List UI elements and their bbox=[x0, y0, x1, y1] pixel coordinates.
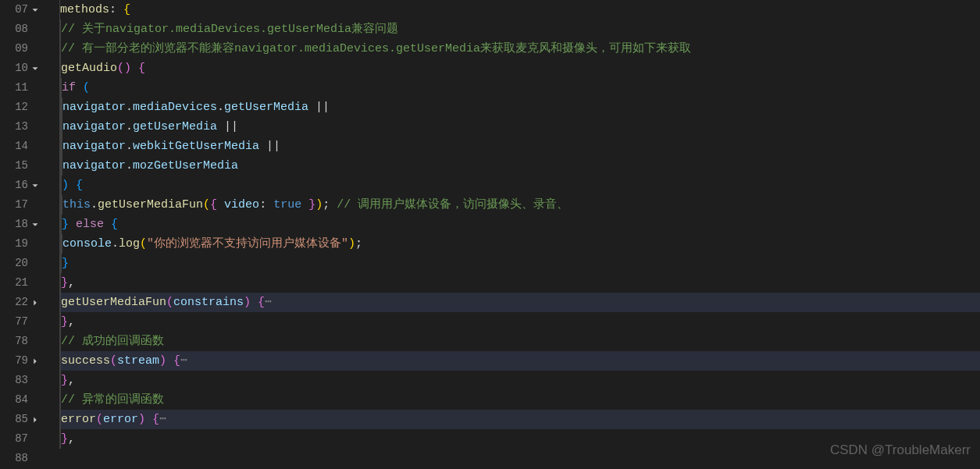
code-line[interactable]: error(error) {⋯ bbox=[59, 410, 980, 429]
code-token: ⋯ bbox=[265, 293, 272, 312]
line-number: 17 bbox=[6, 195, 28, 215]
chevron-down-icon[interactable] bbox=[28, 5, 42, 16]
code-token: ( bbox=[83, 78, 90, 98]
chevron-right-icon[interactable] bbox=[28, 414, 42, 425]
code-token: ; bbox=[323, 195, 337, 215]
code-token: , bbox=[68, 371, 75, 390]
code-token: { bbox=[258, 293, 265, 312]
code-line[interactable]: ) { bbox=[59, 176, 980, 195]
code-line[interactable]: // 关于navigator.mediaDevices.getUserMedia… bbox=[59, 20, 980, 39]
code-token: : bbox=[259, 195, 273, 215]
line-number: 13 bbox=[6, 117, 28, 137]
code-token bbox=[145, 410, 152, 429]
code-token: || bbox=[259, 137, 287, 156]
code-token: . bbox=[91, 195, 98, 215]
code-token: ( bbox=[166, 293, 173, 312]
code-line[interactable]: getUserMediaFun(constrains) {⋯ bbox=[59, 293, 980, 312]
code-line[interactable]: navigator.mediaDevices.getUserMedia || bbox=[59, 98, 980, 117]
code-line[interactable]: } bbox=[59, 254, 980, 273]
code-token: log bbox=[119, 234, 140, 254]
code-token: || bbox=[217, 117, 245, 137]
gutter-row: 77 bbox=[0, 312, 44, 332]
code-token: constrains bbox=[173, 293, 244, 312]
chevron-right-icon[interactable] bbox=[28, 356, 42, 367]
code-token: . bbox=[126, 98, 133, 117]
code-line[interactable]: }, bbox=[59, 371, 980, 390]
code-token: } bbox=[61, 273, 68, 293]
code-line[interactable]: if ( bbox=[59, 78, 980, 98]
code-token: { bbox=[152, 410, 159, 429]
line-number: 83 bbox=[6, 371, 28, 390]
code-editor: 0708091011121314151617181920212277787983… bbox=[0, 0, 980, 469]
code-token: this bbox=[62, 195, 91, 215]
code-token: { bbox=[138, 59, 145, 78]
code-line[interactable] bbox=[59, 449, 980, 468]
code-token: // 成功的回调函数 bbox=[61, 332, 164, 351]
code-line[interactable]: this.getUserMediaFun({ video: true }); /… bbox=[59, 195, 980, 215]
code-token: methods bbox=[60, 0, 109, 20]
code-line[interactable]: methods: { bbox=[59, 0, 980, 20]
code-token: ⋯ bbox=[180, 351, 187, 371]
code-line[interactable]: navigator.webkitGetUserMedia || bbox=[59, 137, 980, 156]
line-number: 22 bbox=[6, 293, 28, 312]
gutter-row: 09 bbox=[0, 39, 44, 59]
code-token: ) bbox=[244, 293, 251, 312]
code-token: mozGetUserMedia bbox=[133, 156, 238, 176]
code-token: } bbox=[62, 215, 69, 234]
code-line[interactable]: navigator.mozGetUserMedia bbox=[59, 156, 980, 176]
code-token: } bbox=[61, 371, 68, 390]
code-token: ) bbox=[138, 410, 145, 429]
code-token: console bbox=[62, 234, 112, 254]
code-line[interactable]: }, bbox=[59, 312, 980, 332]
gutter-row: 21 bbox=[0, 273, 44, 293]
code-token: // 关于navigator.mediaDevices.getUserMedia… bbox=[61, 20, 398, 39]
code-token: . bbox=[217, 98, 224, 117]
gutter-row: 87 bbox=[0, 429, 44, 449]
code-token bbox=[251, 293, 258, 312]
code-token: } bbox=[61, 312, 68, 332]
code-token bbox=[166, 351, 173, 371]
gutter-row: 19 bbox=[0, 234, 44, 254]
code-token: getUserMediaFun bbox=[98, 195, 203, 215]
code-token: navigator bbox=[62, 137, 126, 156]
code-token: } bbox=[308, 195, 315, 215]
gutter-row: 20 bbox=[0, 254, 44, 273]
gutter-row: 83 bbox=[0, 371, 44, 390]
code-token: } bbox=[61, 429, 68, 449]
code-token: video bbox=[224, 195, 259, 215]
code-token: : bbox=[109, 0, 123, 20]
chevron-down-icon[interactable] bbox=[28, 180, 42, 191]
code-line[interactable]: success(stream) {⋯ bbox=[59, 351, 980, 371]
chevron-down-icon[interactable] bbox=[28, 219, 42, 230]
gutter-row: 84 bbox=[0, 390, 44, 410]
gutter-row: 07 bbox=[0, 0, 44, 20]
line-number: 88 bbox=[6, 449, 28, 468]
code-token: getUserMedia bbox=[224, 98, 308, 117]
code-line[interactable]: // 有一部分老的浏览器不能兼容navigator.mediaDevices.g… bbox=[59, 39, 980, 59]
code-line[interactable]: navigator.getUserMedia || bbox=[59, 117, 980, 137]
chevron-down-icon[interactable] bbox=[28, 63, 42, 74]
gutter-row: 13 bbox=[0, 117, 44, 137]
code-token: ( bbox=[96, 410, 103, 429]
code-token: || bbox=[308, 98, 337, 117]
code-line[interactable]: // 成功的回调函数 bbox=[59, 332, 980, 351]
code-line[interactable]: getAudio() { bbox=[59, 59, 980, 78]
code-line[interactable]: console.log("你的浏览器不支持访问用户媒体设备"); bbox=[59, 234, 980, 254]
chevron-right-icon[interactable] bbox=[28, 297, 42, 308]
code-token: ( bbox=[203, 195, 210, 215]
code-area[interactable]: methods: { // 关于navigator.mediaDevices.g… bbox=[44, 0, 980, 469]
code-token: navigator bbox=[62, 117, 126, 137]
code-token: , bbox=[68, 312, 75, 332]
code-token: // 有一部分老的浏览器不能兼容navigator.mediaDevices.g… bbox=[61, 39, 691, 59]
code-line[interactable]: }, bbox=[59, 429, 980, 449]
gutter: 0708091011121314151617181920212277787983… bbox=[0, 0, 44, 469]
gutter-row: 14 bbox=[0, 137, 44, 156]
line-number: 78 bbox=[6, 332, 28, 351]
code-token: mediaDevices bbox=[133, 98, 217, 117]
code-line[interactable]: // 异常的回调函数 bbox=[59, 390, 980, 410]
code-line[interactable]: }, bbox=[59, 273, 980, 293]
code-line[interactable]: } else { bbox=[59, 215, 980, 234]
code-token: { bbox=[123, 0, 130, 20]
code-token: error bbox=[61, 410, 96, 429]
gutter-row: 10 bbox=[0, 59, 44, 78]
